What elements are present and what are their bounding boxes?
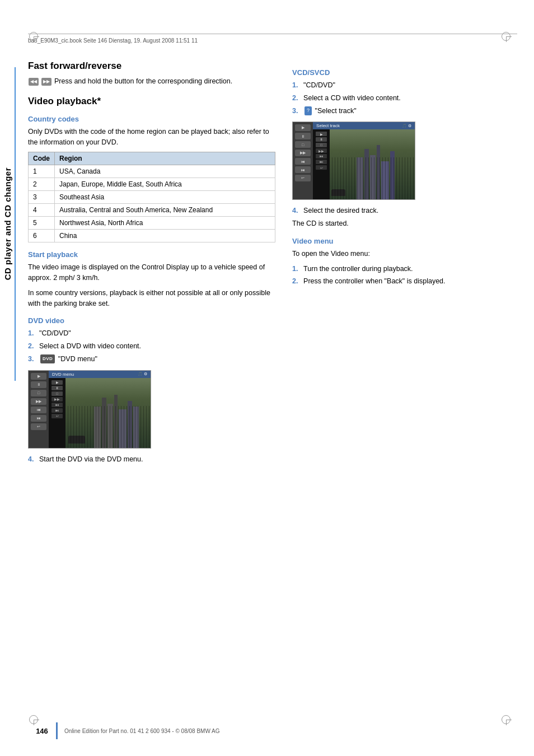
screen-title-bar: DVD menu 🎵 ⚙ xyxy=(49,371,151,378)
vcd-step-1: 1. "CD/DVD" xyxy=(292,80,517,91)
right-column: VCD/SVCD 1. "CD/DVD" 2. Select a CD with… xyxy=(292,60,517,466)
sidebar-btn-4: ▶▶ xyxy=(31,398,46,405)
table-cell-code: 1 xyxy=(29,165,55,178)
start-playback-body1: The video image is displayed on the Cont… xyxy=(28,262,275,283)
step-num: 3. xyxy=(292,106,301,116)
sidebar-btn-6: ⏭ xyxy=(31,415,46,422)
table-cell-region: USA, Canada xyxy=(55,165,275,178)
vcd-left-panel: ▶ ⏸ □ ▶▶ ⏮ ⏭ ↩ xyxy=(313,129,330,199)
country-codes-table: Code Region 1 USA, Canada 2 Japan, Europ… xyxy=(28,152,275,242)
dvd-steps: 1. "CD/DVD" 2. Select a DVD with video c… xyxy=(28,328,275,364)
vcd-screen-title-text: Select track xyxy=(316,123,340,128)
table-cell-code: 6 xyxy=(29,230,55,242)
step-text: Select a DVD with video content. xyxy=(39,341,275,352)
table-cell-region: Southeast Asia xyxy=(55,191,275,204)
screen-left-panel: ▶ ⏸ □ ▶▶ ⏮ ⏭ ↩ xyxy=(49,378,65,448)
step-num: 1. xyxy=(292,80,301,91)
page-number: 146 xyxy=(28,727,56,735)
table-row: 1 USA, Canada xyxy=(29,165,275,178)
step-text: ? "Select track" xyxy=(303,106,517,116)
vcd-screen-content: ▶ ⏸ □ ▶▶ ⏮ ⏭ ↩ xyxy=(313,129,415,199)
cd-started-text: The CD is started. xyxy=(292,218,517,229)
dvd-step4: 4. Start the DVD via the DVD menu. xyxy=(28,454,275,465)
vcd-screenshot: ▶ ⏸ □ ▶▶ ⏮ ⏭ ↩ Select track 🎵 ⚙ xyxy=(292,122,415,200)
start-playback-title: Start playback xyxy=(28,250,275,259)
step-text: Turn the controller during playback. xyxy=(303,264,517,274)
dvd-icon: DVD xyxy=(40,354,55,363)
footer-divider xyxy=(56,722,58,739)
rewind-icon: ◀◀ xyxy=(29,78,39,86)
table-cell-region: Northwest Asia, North Africa xyxy=(55,217,275,230)
reg-mark-top-right xyxy=(500,31,512,42)
screen-icons: 🎵 ⚙ xyxy=(138,372,147,376)
table-row: 6 China xyxy=(29,230,275,242)
video-menu-title: Video menu xyxy=(292,237,517,245)
dvd-video-title: DVD video xyxy=(28,316,275,325)
main-content: ba8_E90M3_cic.book Seite 146 Dienstag, 1… xyxy=(28,0,517,466)
table-cell-code: 2 xyxy=(29,178,55,191)
vcd-step-3: 3. ? "Select track" xyxy=(292,106,517,116)
vcd-sidebar-btn-1: ▶ xyxy=(295,124,311,131)
vcd-sidebar-btn-7: ↩ xyxy=(295,175,311,181)
dvd-step-1: 1. "CD/DVD" xyxy=(28,328,275,339)
table-cell-region: China xyxy=(55,230,275,242)
page-container: CD player and CD changer ba8_E90M3_cic.b… xyxy=(0,0,534,756)
vcd-sidebar-btn-3: □ xyxy=(295,141,311,148)
video-playback-title: Video playback* xyxy=(28,96,275,107)
step-text: Select a CD with video content. xyxy=(303,93,517,104)
left-column: Fast forward/reverse ◀◀ ▶▶ Press and hol… xyxy=(28,60,275,466)
fastforward-icon: ▶▶ xyxy=(41,78,51,86)
table-cell-region: Japan, Europe, Middle East, South Africa xyxy=(55,178,275,191)
dvd-step-3: 3. DVD "DVD menu" xyxy=(28,354,275,365)
sidebar-btn-7: ↩ xyxy=(31,423,46,430)
dvd-step4-text: Start the DVD via the DVD menu. xyxy=(39,454,275,465)
screen-sidebar-left: ▶ ⏸ □ ▶▶ ⏮ ⏭ ↩ xyxy=(29,371,49,448)
fast-forward-body: ◀◀ ▶▶ Press and hold the button for the … xyxy=(28,76,275,87)
vcd-steps: 1. "CD/DVD" 2. Select a CD with video co… xyxy=(292,80,517,116)
video-menu-step-1: 1. Turn the controller during playback. xyxy=(292,264,517,274)
vcd-screen-main: Select track 🎵 ⚙ ▶ ⏸ □ ▶▶ ⏮ xyxy=(313,122,415,199)
country-codes-title: Country codes xyxy=(28,115,275,123)
vcd-step4-text: Select the desired track. xyxy=(303,206,517,216)
video-menu-step-2: 2. Press the controller when "Back" is d… xyxy=(292,276,517,287)
screen-content-area: ▶ ⏸ □ ▶▶ ⏮ ⏭ ↩ xyxy=(49,378,151,448)
page-footer: 146 Online Edition for Part no. 01 41 2 … xyxy=(28,722,517,739)
side-tab: CD player and CD changer xyxy=(0,67,16,381)
vcd-sidebar-btn-4: ▶▶ xyxy=(295,150,311,156)
start-playback-body2: In some country versions, playback is ei… xyxy=(28,288,275,309)
table-cell-region: Australia, Central and South America, Ne… xyxy=(55,204,275,217)
vcd-buildings xyxy=(330,129,415,199)
table-row: 2 Japan, Europe, Middle East, South Afri… xyxy=(29,178,275,191)
two-column-layout: Fast forward/reverse ◀◀ ▶▶ Press and hol… xyxy=(28,60,517,466)
sidebar-btn-3: □ xyxy=(31,390,46,396)
table-header-region: Region xyxy=(55,152,275,165)
screen-title-text: DVD menu xyxy=(52,372,74,377)
sidebar-btn-5: ⏮ xyxy=(31,407,46,413)
step-num: 1. xyxy=(292,264,301,274)
step-num: 2. xyxy=(292,93,301,104)
step-text: DVD "DVD menu" xyxy=(39,354,275,365)
vcd-step4: 4. Select the desired track. xyxy=(292,206,517,216)
table-cell-code: 4 xyxy=(29,204,55,217)
table-row: 4 Australia, Central and South America, … xyxy=(29,204,275,217)
video-menu-intro: To open the Video menu: xyxy=(292,249,517,259)
step-num: 2. xyxy=(292,276,301,287)
screen-main: DVD menu 🎵 ⚙ ▶ ⏸ □ ▶▶ ⏮ xyxy=(49,371,151,448)
vcd-svcd-title: VCD/SVCD xyxy=(292,68,517,77)
vcd-step4-num: 4. xyxy=(292,206,301,216)
dvd-step-2: 2. Select a DVD with video content. xyxy=(28,341,275,352)
dvd-screenshot: ▶ ⏸ □ ▶▶ ⏮ ⏭ ↩ DVD menu 🎵 ⚙ xyxy=(28,370,151,449)
vcd-screen-icons: 🎵 ⚙ xyxy=(402,124,411,128)
question-icon: ? xyxy=(305,106,312,115)
step-text: "CD/DVD" xyxy=(303,80,517,91)
vcd-step-2: 2. Select a CD with video content. xyxy=(292,93,517,104)
dvd-step4-num: 4. xyxy=(28,454,37,465)
screen-buildings xyxy=(65,378,151,448)
sidebar-btn-2: ⏸ xyxy=(31,381,46,388)
vcd-screen-sidebar: ▶ ⏸ □ ▶▶ ⏮ ⏭ ↩ xyxy=(293,122,313,199)
vcd-screen-title-bar: Select track 🎵 ⚙ xyxy=(313,122,415,129)
vcd-sidebar-btn-5: ⏮ xyxy=(295,158,311,165)
reg-mark-top-left xyxy=(28,31,39,42)
vcd-sidebar-btn-6: ⏭ xyxy=(295,166,311,173)
step-num: 1. xyxy=(28,328,37,339)
